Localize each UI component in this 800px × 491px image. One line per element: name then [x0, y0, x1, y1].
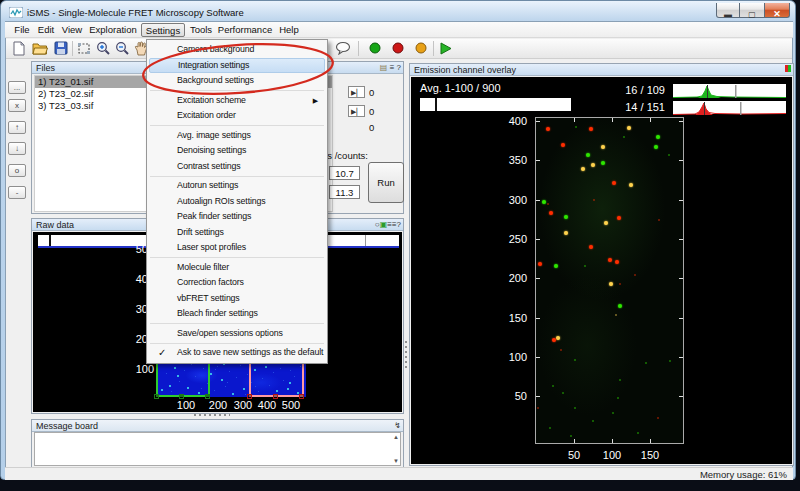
- run-button[interactable]: Run: [368, 162, 404, 203]
- menu-item-avg-image-settings[interactable]: Avg. image settings: [149, 128, 325, 144]
- scroll-down-icon[interactable]: ▼: [393, 458, 399, 464]
- menu-item-laser-spot-profiles[interactable]: Laser spot profiles: [149, 240, 325, 256]
- menubar-item-exploration[interactable]: Exploration: [87, 23, 139, 37]
- green-dot-icon[interactable]: [368, 41, 384, 57]
- menu-item-excitation-scheme[interactable]: Excitation scheme▶: [149, 93, 325, 109]
- menubar-item-settings[interactable]: Settings: [141, 23, 185, 37]
- panel-help-icon[interactable]: ?: [397, 220, 401, 229]
- menu-item-vbfret-settings[interactable]: vbFRET settings: [149, 291, 325, 307]
- file-action-button-3[interactable]: ↓: [8, 142, 26, 155]
- speckle: [221, 379, 223, 381]
- emission-image-plot[interactable]: [535, 117, 684, 444]
- maximize-button[interactable]: ▢: [740, 3, 764, 18]
- speckle: [225, 386, 226, 387]
- emission-y-tick-label: 50: [487, 390, 527, 402]
- emission-plot-area[interactable]: Avg. 1-100 / 900 16 / 109 14 / 151: [411, 77, 792, 464]
- red-dot-icon[interactable]: [391, 41, 407, 57]
- zoom-rect-icon[interactable]: [77, 41, 93, 57]
- menu-separator: [150, 176, 324, 177]
- scroll-up-icon[interactable]: ▲: [393, 434, 399, 440]
- close-icon: ✕: [773, 9, 781, 19]
- menu-separator: [150, 90, 324, 91]
- save-panel-icon[interactable]: ▤: [380, 63, 388, 72]
- file-action-button-2[interactable]: ↑: [8, 121, 26, 134]
- red-roi[interactable]: [249, 361, 304, 397]
- menubar-item-view[interactable]: View: [59, 23, 85, 37]
- open-file-icon[interactable]: [32, 41, 48, 57]
- speckle: [247, 374, 248, 375]
- save-icon[interactable]: [54, 41, 70, 57]
- panel-menu-icon[interactable]: ≡: [390, 63, 395, 72]
- frame-spinner-1[interactable]: ▶▏: [348, 86, 365, 98]
- threshold-field-1[interactable]: 10.7: [329, 166, 360, 180]
- menu-item-save-open-sessions-options[interactable]: Save/open sessions options: [149, 326, 325, 342]
- fluorophore-dot: [618, 304, 622, 308]
- message-board-title: Message board: [36, 421, 98, 431]
- minimize-button[interactable]: ▬: [716, 3, 740, 18]
- menu-item-camera-background[interactable]: Camera background: [149, 42, 325, 58]
- play-icon[interactable]: [438, 41, 454, 57]
- zoom-out-icon[interactable]: [115, 41, 131, 57]
- message-board-icon[interactable]: ↯: [394, 420, 401, 432]
- roi-handle[interactable]: [179, 394, 184, 399]
- frame-spinner-2[interactable]: ▶▏: [348, 105, 365, 117]
- threshold-field-2[interactable]: 11.3: [329, 185, 360, 199]
- menu-item-ask-to-save-new-settings-as-the-default[interactable]: Ask to save new settings as the default✓: [149, 345, 325, 361]
- title-bar[interactable]: iSMS - Single-Molecule FRET Microscopy S…: [2, 3, 794, 22]
- menubar-item-file[interactable]: File: [11, 23, 33, 37]
- file-action-button-0[interactable]: ...: [8, 81, 26, 94]
- speckle: [214, 390, 215, 391]
- avg-frames-label: Avg. 1-100 / 900: [420, 82, 501, 94]
- emission-slider-marker[interactable]: [435, 98, 437, 111]
- green-histogram[interactable]: [673, 84, 786, 97]
- menu-item-denoising-settings[interactable]: Denoising settings: [149, 143, 325, 159]
- menu-item-contrast-settings[interactable]: Contrast settings: [149, 159, 325, 175]
- menubar-item-edit[interactable]: Edit: [35, 23, 57, 37]
- menu-item-drift-settings[interactable]: Drift settings: [149, 225, 325, 241]
- menu-item-correction-factors[interactable]: Correction factors: [149, 275, 325, 291]
- menubar-item-tools[interactable]: Tools: [187, 23, 215, 37]
- menubar-item-help[interactable]: Help: [275, 23, 303, 37]
- raw-x-tick-label: 500: [279, 399, 303, 411]
- menu-item-peak-finder-settings[interactable]: Peak finder settings: [149, 209, 325, 225]
- raw-slider-marker[interactable]: [49, 235, 51, 246]
- menu-item-background-settings[interactable]: Background settings: [149, 73, 325, 89]
- close-button[interactable]: ✕: [764, 3, 790, 18]
- fluorophore-dot: [584, 265, 587, 268]
- file-action-button-1[interactable]: x: [8, 99, 26, 112]
- horizontal-splitter[interactable]: [194, 414, 230, 416]
- message-board-text[interactable]: ▲ ▼: [34, 432, 401, 466]
- menu-item-autorun-settings[interactable]: Autorun settings: [149, 178, 325, 194]
- zoom-in-icon[interactable]: [96, 41, 112, 57]
- panel-help-icon[interactable]: ?: [397, 63, 401, 72]
- roi-handle[interactable]: [154, 394, 159, 399]
- file-action-button-5[interactable]: -: [8, 186, 26, 199]
- file-action-button-4[interactable]: o: [8, 164, 26, 177]
- menu-item-molecule-filter[interactable]: Molecule filter: [149, 260, 325, 276]
- roi-handle[interactable]: [299, 394, 304, 399]
- balloon-icon[interactable]: [335, 41, 351, 57]
- roi-handle[interactable]: [205, 394, 210, 399]
- message-board-header[interactable]: Message board ↯: [32, 420, 403, 432]
- orange-dot-icon[interactable]: [414, 41, 430, 57]
- fluorophore-dot: [591, 163, 595, 167]
- roi-handle[interactable]: [273, 394, 278, 399]
- red-histogram[interactable]: [673, 101, 786, 114]
- emission-panel-header[interactable]: Emission channel overlay: [410, 64, 793, 76]
- new-file-icon[interactable]: [12, 41, 28, 57]
- fluorophore-dot: [609, 282, 613, 286]
- menu-item-bleach-finder-settings[interactable]: Bleach finder settings: [149, 306, 325, 322]
- menu-item-integration-settings[interactable]: Integration settings: [149, 58, 325, 74]
- menu-item-autoalign-rois-settings[interactable]: Autoalign ROIs settings: [149, 194, 325, 210]
- speckle: [232, 393, 234, 395]
- green-roi[interactable]: [156, 361, 210, 397]
- raw-y-tick-label: 100: [114, 363, 154, 375]
- vertical-splitter[interactable]: [405, 341, 407, 369]
- roi-handle[interactable]: [247, 394, 252, 399]
- menu-item-excitation-order[interactable]: Excitation order: [149, 108, 325, 124]
- emission-frame-slider[interactable]: [420, 98, 571, 111]
- fluorophore-dot: [604, 221, 608, 225]
- raw-panel-header-icons[interactable]: ○▣≡≡?: [375, 219, 401, 231]
- files-panel-header-icons[interactable]: ▤ ≡ ?: [380, 62, 401, 74]
- menubar-item-performance[interactable]: Performance: [217, 23, 273, 37]
